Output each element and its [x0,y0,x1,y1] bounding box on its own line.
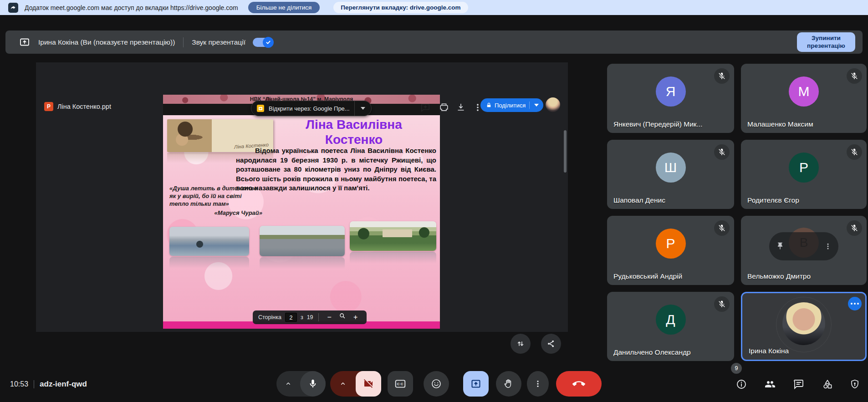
host-controls-icon[interactable] [849,379,860,390]
mic-off-icon [714,220,730,236]
mic-off-icon [847,68,862,84]
page-label: Сторінка [258,314,281,321]
ppt-file-icon: P [44,102,53,111]
open-with-dropdown[interactable]: Відкрити через: Google Пре... [251,101,372,116]
photo-thumbnail-river [169,227,249,256]
account-avatar[interactable] [546,97,560,112]
avatar: Ш [656,153,686,183]
mic-off-icon [847,144,862,160]
avatar: Р [789,153,819,183]
participant-tile[interactable]: Я Янкевич (Передерій) Мик... [607,64,734,133]
clock-time: 10:53 [10,380,28,388]
banner-divider [183,37,184,47]
more-controls-button[interactable] [527,371,549,397]
quote-attribution: «Маруся Чурай» [169,209,262,217]
lock-icon [486,102,492,108]
activities-icon[interactable] [822,379,833,390]
participant-name: Шаповал Денис [613,196,665,204]
current-page-input[interactable]: 2 [285,313,297,322]
tile-options-badge[interactable] [848,297,862,310]
svg-text:C: C [401,382,403,386]
mic-off-icon [714,296,730,312]
participant-count-badge: 9 [731,363,742,374]
presentation-audio-label: Звук презентації [192,38,245,46]
mic-off-icon [714,68,730,84]
avatar: М [789,76,819,107]
share-button-label: Поділитися [495,102,526,109]
photo-thumbnail-road [260,226,345,256]
self-video-avatar [782,302,825,345]
present-icon [18,37,31,48]
participant-name: Данильчено Олександр [613,348,691,356]
mic-button[interactable] [300,371,326,397]
participant-tile[interactable]: В Вельможко Дмитро [741,216,867,285]
preview-scrollbar[interactable] [564,130,567,173]
tab-sharing-message: Додаток meet.google.com має доступ до вк… [25,4,238,11]
avatar: Р [656,229,686,259]
slide-content: Ліна Костенко Ліна Василівна Костенко Ві… [163,115,440,321]
tile-hover-controls [769,232,838,260]
presentation-audio-toggle[interactable] [253,38,273,47]
share-button[interactable]: Поділитися [480,98,543,112]
participant-tile[interactable]: Ш Шаповал Денис [607,140,734,209]
participant-name: Ірина Кокіна [749,347,789,355]
participant-name: Родителєв Єгор [747,196,799,204]
participant-tile-self[interactable]: Ірина Кокіна [741,292,867,361]
participant-tile[interactable]: М Малашенко Максим [741,64,867,133]
total-pages: 19 [307,314,313,321]
participant-name: Малашенко Максим [747,120,813,128]
photo-thumbnail-park [350,221,436,251]
participant-tile[interactable]: Д Данильчено Олександр [607,292,734,361]
file-name: Ліна Костенко.ppt [57,103,111,110]
people-panel-icon[interactable] [765,379,776,390]
meeting-code: adz-ienf-qwd [40,380,87,389]
slide-quote: «Душа летить в дитинство як у вирій, бо … [169,184,262,217]
camera-off-button[interactable] [356,371,381,397]
participant-tile[interactable]: Р Рудьковський Андрій [607,216,734,285]
slide-title-line1: Ліна Василівна [271,117,437,132]
share-dropdown-caret-icon[interactable] [530,104,543,107]
reactions-button[interactable] [424,371,449,397]
page-controls: Сторінка 2 з 19 − + [253,310,367,324]
swap-tiles-button[interactable] [511,334,531,354]
tile-more-options-icon[interactable] [824,242,832,250]
mic-options-chevron-icon[interactable] [276,380,300,387]
present-screen-button[interactable] [463,371,489,397]
meeting-details-icon[interactable] [736,379,747,390]
captions-button[interactable]: CC [388,371,413,397]
participant-name: Рудьковський Андрій [613,272,682,280]
participant-tile[interactable]: Р Родителєв Єгор [741,140,867,209]
screen-share-icon [8,3,18,13]
camera-options-chevron-icon[interactable] [330,380,356,387]
end-call-button[interactable] [556,371,602,397]
slide-title-line2: Костенко [271,132,437,147]
quote-text: «Душа летить в дитинство як у вирій, бо … [169,184,262,208]
meeting-info: 10:53 adz-ienf-qwd [10,380,87,389]
zoom-out-button[interactable]: − [324,311,335,324]
open-with-label: Відкрити через: Google Пре... [269,105,350,112]
stop-sharing-button[interactable]: Більше не ділитися [248,2,320,13]
toggle-check-icon [263,37,274,48]
participant-name: Янкевич (Передерій) Мик... [613,120,703,128]
print-icon[interactable] [439,102,449,112]
raise-hand-button[interactable] [496,371,521,397]
zoom-in-button[interactable]: + [350,311,361,324]
avatar: Д [656,305,686,335]
zoom-fit-button[interactable] [335,311,350,324]
svg-text:C: C [397,382,400,386]
avatar: Я [656,76,686,107]
mic-off-icon [714,144,730,160]
share-screen-options-button[interactable] [541,334,561,354]
tab-sharing-notification-bar: Додаток meet.google.com має доступ до вк… [0,0,868,15]
presenting-banner: Ірина Кокіна (Ви (показуєте презентацію)… [5,31,863,54]
view-tab-button[interactable]: Переглянути вкладку: drive.google.com [333,2,468,13]
stop-presenting-button[interactable]: Зупинити презентацію [797,32,855,52]
camera-button-group[interactable] [330,371,381,397]
download-icon[interactable] [456,102,466,112]
chat-panel-icon[interactable] [793,379,804,390]
open-with-caret-icon[interactable] [355,107,371,110]
pin-icon[interactable] [776,242,785,251]
participant-name: Вельможко Дмитро [747,272,811,280]
slide-title: Ліна Василівна Костенко [271,117,437,147]
mic-button-group[interactable] [276,371,326,397]
